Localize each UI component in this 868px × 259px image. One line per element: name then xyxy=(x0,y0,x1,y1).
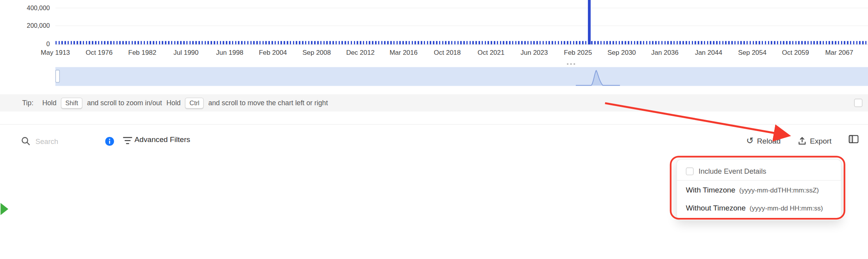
x-axis-tick: Mar 2016 xyxy=(389,49,418,57)
with-timezone-format: (yyyy-mm-ddTHH:mm:ssZ) xyxy=(739,186,819,194)
columns-icon[interactable] xyxy=(848,135,859,144)
x-axis-tick: May 1913 xyxy=(41,49,70,57)
y-axis-tick: 0 xyxy=(8,40,50,47)
events-toolbar: Advanced Filters ↺ Reload Export xyxy=(0,125,868,154)
x-axis-tick: Dec 2012 xyxy=(346,49,375,57)
tip-pan-text: and scroll to move the chart left or rig… xyxy=(208,99,328,107)
export-without-timezone-option[interactable]: Without Timezone (yyyy-mm-dd HH:mm:ss) xyxy=(677,199,841,218)
include-event-details-label: Include Event Details xyxy=(698,167,766,175)
export-icon xyxy=(798,137,807,146)
x-axis-tick: Sep 2054 xyxy=(738,49,766,57)
search-input[interactable] xyxy=(34,133,102,150)
export-button[interactable]: Export xyxy=(798,134,831,148)
current-row-marker xyxy=(0,203,8,215)
include-event-details-row[interactable]: Include Event Details xyxy=(677,162,841,180)
chart-baseline-series xyxy=(55,41,868,45)
chart-axis-line xyxy=(55,44,868,45)
x-axis-tick: Jan 2044 xyxy=(695,49,722,57)
brush-minimap-peak xyxy=(576,67,620,86)
without-timezone-format: (yyyy-mm-dd HH:mm:ss) xyxy=(750,205,823,212)
x-axis-tick: Mar 2067 xyxy=(825,49,853,57)
x-axis-tick: Feb 2004 xyxy=(259,49,287,57)
reload-icon: ↺ xyxy=(746,137,754,146)
shift-key-badge: Shift xyxy=(61,97,82,108)
brush-left-handle[interactable] xyxy=(55,70,60,83)
x-axis-tick: Sep 2030 xyxy=(607,49,636,57)
x-axis-tick: Jan 2036 xyxy=(651,49,679,57)
ctrl-key-badge: Ctrl xyxy=(185,97,204,108)
x-axis-tick: Jun 2023 xyxy=(520,49,548,57)
with-timezone-label: With Timezone xyxy=(686,186,736,194)
reload-button[interactable]: ↺ Reload xyxy=(746,134,780,148)
chart-brush[interactable] xyxy=(55,67,868,86)
chart-spike-bar xyxy=(588,0,591,44)
advanced-filters-label: Advanced Filters xyxy=(134,135,190,144)
chart-gridline xyxy=(55,8,868,8)
tip-hold-text: Hold xyxy=(166,99,180,107)
export-with-timezone-option[interactable]: With Timezone (yyyy-mm-ddTHH:mm:ssZ) xyxy=(677,181,841,199)
brush-drag-dots-icon[interactable] xyxy=(567,63,568,65)
export-label: Export xyxy=(810,137,831,145)
x-axis-tick: Jun 1998 xyxy=(216,49,243,57)
screenshot-stage: 400,000 200,000 0 May 1913 Oct 1976 Feb … xyxy=(0,0,868,259)
x-axis-tick: Oct 2018 xyxy=(434,49,461,57)
timeline-chart[interactable]: 400,000 200,000 0 May 1913 Oct 1976 Feb … xyxy=(0,0,868,94)
tip-bar: Tip: Hold Shift and scroll to zoom in/ou… xyxy=(0,94,868,112)
tip-hold-text: Hold xyxy=(42,99,56,107)
tip-bar-checkbox[interactable] xyxy=(854,99,863,107)
x-axis-tick: Oct 2059 xyxy=(782,49,809,57)
x-axis-tick: Oct 1976 xyxy=(86,49,113,57)
x-axis-tick: Oct 2021 xyxy=(477,49,504,57)
reload-label: Reload xyxy=(757,137,781,145)
search-icon xyxy=(21,137,30,146)
x-axis-tick: Jul 1990 xyxy=(173,49,198,57)
advanced-filters-button[interactable]: Advanced Filters xyxy=(123,133,200,148)
include-event-details-checkbox[interactable] xyxy=(686,167,694,175)
x-axis-tick: Sep 2008 xyxy=(302,49,331,57)
x-axis-tick: Feb 2025 xyxy=(564,49,592,57)
info-icon[interactable] xyxy=(105,137,114,146)
y-axis-tick: 200,000 xyxy=(8,22,50,29)
tip-zoom-text: and scroll to zoom in/out xyxy=(87,99,162,107)
x-axis-tick: Feb 1982 xyxy=(128,49,156,57)
filter-icon xyxy=(123,137,132,145)
without-timezone-label: Without Timezone xyxy=(686,204,746,212)
export-menu-popup: Include Event Details With Timezone (yyy… xyxy=(677,159,841,221)
y-axis-tick: 400,000 xyxy=(8,4,50,11)
tip-label: Tip: xyxy=(22,99,34,107)
chart-gridline xyxy=(55,25,868,26)
